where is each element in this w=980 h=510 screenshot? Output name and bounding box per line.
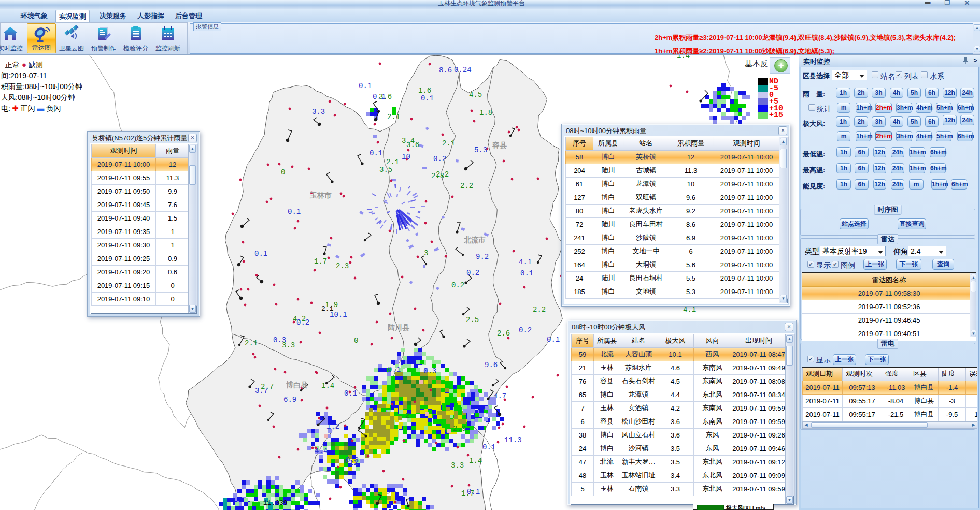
svg-text:12: 12	[349, 459, 358, 467]
svg-text:3.3: 3.3	[451, 461, 464, 470]
svg-text:3: 3	[424, 249, 428, 257]
svg-text:4.1: 4.1	[519, 258, 532, 266]
svg-text:0.1: 0.1	[482, 443, 495, 451]
svg-text:博白县: 博白县	[286, 381, 308, 389]
svg-text:0.1: 0.1	[388, 366, 401, 374]
svg-text:1.8: 1.8	[479, 109, 492, 117]
svg-text:0.3: 0.3	[423, 367, 436, 375]
svg-text:0.1: 0.1	[373, 93, 386, 101]
svg-text:0.24: 0.24	[454, 66, 472, 74]
svg-text:0.1: 0.1	[359, 82, 372, 90]
svg-text:4.4: 4.4	[315, 447, 328, 455]
svg-text:2.5: 2.5	[466, 316, 479, 324]
svg-text:6.9: 6.9	[283, 396, 296, 404]
svg-text:10: 10	[402, 153, 410, 161]
svg-text:0.1: 0.1	[254, 250, 267, 258]
svg-text:2.1: 2.1	[321, 305, 334, 313]
svg-text:3.7: 3.7	[255, 387, 268, 395]
svg-text:-11.039: -11.039	[259, 499, 288, 507]
svg-text:3.5: 3.5	[379, 166, 392, 174]
svg-text:1.4: 1.4	[469, 457, 482, 465]
svg-text:1.6: 1.6	[418, 86, 431, 95]
svg-text:0.1: 0.1	[520, 269, 533, 278]
svg-text:2: 2	[405, 412, 409, 420]
svg-text:0.2: 0.2	[296, 318, 309, 327]
svg-text:1.7: 1.7	[314, 257, 327, 266]
svg-text:8.6: 8.6	[439, 66, 452, 75]
svg-text:玉林市: 玉林市	[309, 191, 332, 199]
svg-text:2.3: 2.3	[336, 262, 349, 270]
svg-text:9.6: 9.6	[485, 361, 498, 369]
svg-text:0.2: 0.2	[519, 326, 532, 334]
svg-text:9.2: 9.2	[476, 253, 489, 261]
svg-text:4.7: 4.7	[493, 392, 506, 400]
svg-text:容县: 容县	[492, 141, 507, 149]
svg-text:2.2: 2.2	[436, 170, 449, 179]
svg-text:1.4: 1.4	[677, 55, 690, 60]
svg-text:1.2: 1.2	[326, 422, 339, 431]
svg-text:2.1: 2.1	[386, 158, 399, 166]
svg-text:2.1: 2.1	[245, 339, 258, 347]
svg-text:2.2: 2.2	[460, 182, 473, 190]
svg-text:11.3: 11.3	[504, 436, 522, 444]
svg-text:5.3: 5.3	[474, 146, 487, 154]
svg-text:0.2: 0.2	[466, 269, 479, 277]
svg-text:0.1: 0.1	[288, 208, 301, 216]
svg-text:0.1: 0.1	[344, 389, 357, 398]
svg-text:4.5: 4.5	[469, 91, 482, 99]
svg-text:0.1: 0.1	[547, 336, 560, 344]
svg-text:陆川县: 陆川县	[388, 323, 409, 331]
svg-text:3.4: 3.4	[402, 137, 415, 145]
svg-text:2.6: 2.6	[497, 329, 510, 338]
svg-text:0: 0	[281, 168, 285, 177]
svg-text:3.3: 3.3	[312, 108, 325, 116]
svg-text:0.1: 0.1	[370, 149, 382, 157]
svg-text:2.1: 2.1	[442, 139, 455, 148]
svg-text:北流市: 北流市	[463, 236, 486, 244]
svg-text:0.2: 0.2	[451, 281, 464, 289]
svg-text:0.1: 0.1	[421, 94, 434, 103]
svg-text:1.4: 1.4	[321, 382, 334, 390]
svg-text:2.2: 2.2	[533, 305, 546, 314]
svg-text:0.2: 0.2	[433, 155, 446, 163]
svg-text:0: 0	[354, 337, 358, 345]
svg-text:0.3: 0.3	[273, 336, 286, 344]
svg-text:0.1: 0.1	[467, 488, 480, 496]
svg-text:4.1: 4.1	[683, 305, 696, 314]
svg-text:2.1: 2.1	[387, 113, 400, 121]
svg-text:2.9: 2.9	[453, 425, 466, 433]
